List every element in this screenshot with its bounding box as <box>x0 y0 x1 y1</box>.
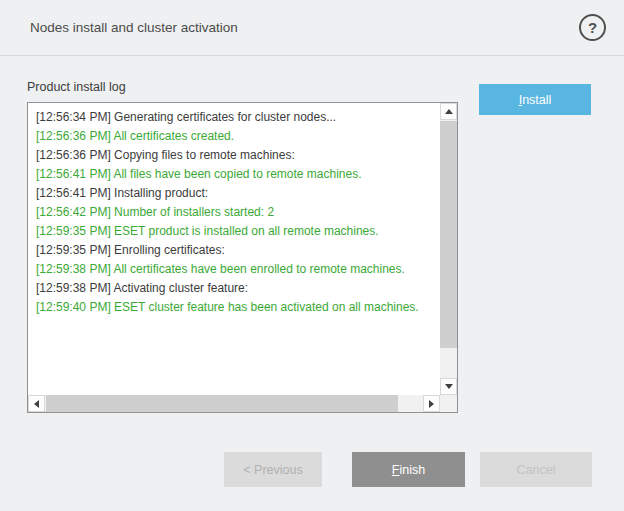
arrow-left-icon <box>34 400 39 408</box>
log-line: [12:59:35 PM] ESET product is installed … <box>36 222 432 241</box>
log-line: [12:56:41 PM] All files have been copied… <box>36 165 432 184</box>
log-line: [12:56:34 PM] Generating certificates fo… <box>36 108 432 127</box>
log-line: [12:59:38 PM] All certificates have been… <box>36 260 432 279</box>
install-log-box: [12:56:34 PM] Generating certificates fo… <box>27 102 458 413</box>
arrow-right-icon <box>429 400 434 408</box>
wizard-dialog: Nodes install and cluster activation ? P… <box>0 0 624 413</box>
log-line: [12:56:41 PM] Installing product: <box>36 184 432 203</box>
log-line: [12:59:35 PM] Enrolling certificates: <box>36 241 432 260</box>
cancel-button[interactable]: Cancel <box>480 452 592 487</box>
question-mark-icon: ? <box>588 19 597 36</box>
scroll-down-button[interactable] <box>440 378 457 395</box>
finish-button[interactable]: Finish <box>352 452 465 487</box>
install-button[interactable]: Install <box>479 84 591 115</box>
horizontal-scroll-track[interactable] <box>45 395 423 412</box>
footer-button-bar: < Previous Finish Cancel <box>0 452 624 487</box>
vertical-scroll-track[interactable] <box>440 120 457 378</box>
install-log-lines: [12:56:34 PM] Generating certificates fo… <box>28 103 440 395</box>
log-line: [12:56:36 PM] Copying files to remote ma… <box>36 146 432 165</box>
log-line: [12:56:42 PM] Number of installers start… <box>36 203 432 222</box>
help-button[interactable]: ? <box>579 14 606 41</box>
vertical-scrollbar[interactable] <box>440 103 457 395</box>
scrollbar-corner <box>440 395 457 412</box>
log-line: [12:56:36 PM] All certificates created. <box>36 127 432 146</box>
finish-button-label: inish <box>399 463 425 477</box>
page-title: Nodes install and cluster activation <box>30 20 238 35</box>
horizontal-scrollbar[interactable] <box>28 395 440 412</box>
arrow-down-icon <box>445 384 453 389</box>
scroll-left-button[interactable] <box>28 395 45 412</box>
arrow-up-icon <box>445 109 453 114</box>
scroll-right-button[interactable] <box>423 395 440 412</box>
previous-button[interactable]: < Previous <box>224 452 322 487</box>
vertical-scroll-thumb[interactable] <box>440 121 457 348</box>
log-line: [12:59:38 PM] Activating cluster feature… <box>36 279 432 298</box>
horizontal-scroll-thumb[interactable] <box>46 395 398 412</box>
install-button-label: nstall <box>522 93 551 107</box>
log-line: [12:59:40 PM] ESET cluster feature has b… <box>36 298 432 317</box>
dialog-header: Nodes install and cluster activation ? <box>0 0 624 56</box>
scroll-up-button[interactable] <box>440 103 457 120</box>
